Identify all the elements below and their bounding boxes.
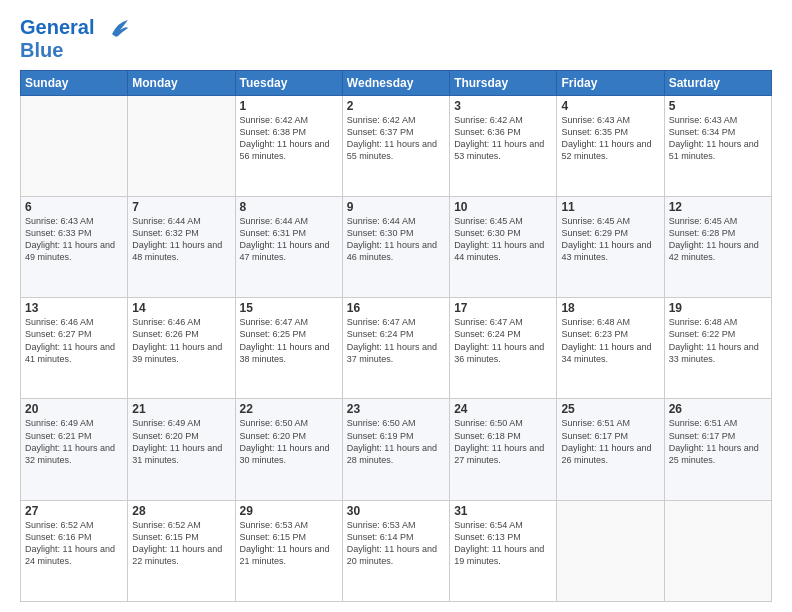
calendar-week-row: 27Sunrise: 6:52 AM Sunset: 6:16 PM Dayli… [21, 500, 772, 601]
day-info: Sunrise: 6:42 AM Sunset: 6:36 PM Dayligh… [454, 114, 552, 163]
day-info: Sunrise: 6:43 AM Sunset: 6:34 PM Dayligh… [669, 114, 767, 163]
calendar-day-cell: 19Sunrise: 6:48 AM Sunset: 6:22 PM Dayli… [664, 298, 771, 399]
calendar-day-cell: 14Sunrise: 6:46 AM Sunset: 6:26 PM Dayli… [128, 298, 235, 399]
day-number: 25 [561, 402, 659, 416]
day-info: Sunrise: 6:45 AM Sunset: 6:28 PM Dayligh… [669, 215, 767, 264]
day-info: Sunrise: 6:50 AM Sunset: 6:18 PM Dayligh… [454, 417, 552, 466]
day-number: 20 [25, 402, 123, 416]
calendar-header-row: SundayMondayTuesdayWednesdayThursdayFrid… [21, 70, 772, 95]
day-number: 16 [347, 301, 445, 315]
day-number: 7 [132, 200, 230, 214]
logo-bird-icon [102, 20, 128, 40]
day-info: Sunrise: 6:43 AM Sunset: 6:35 PM Dayligh… [561, 114, 659, 163]
day-number: 17 [454, 301, 552, 315]
calendar-day-cell: 15Sunrise: 6:47 AM Sunset: 6:25 PM Dayli… [235, 298, 342, 399]
calendar-day-cell: 1Sunrise: 6:42 AM Sunset: 6:38 PM Daylig… [235, 95, 342, 196]
calendar-day-cell: 4Sunrise: 6:43 AM Sunset: 6:35 PM Daylig… [557, 95, 664, 196]
calendar-day-cell: 24Sunrise: 6:50 AM Sunset: 6:18 PM Dayli… [450, 399, 557, 500]
calendar-table: SundayMondayTuesdayWednesdayThursdayFrid… [20, 70, 772, 602]
calendar-day-cell: 27Sunrise: 6:52 AM Sunset: 6:16 PM Dayli… [21, 500, 128, 601]
day-info: Sunrise: 6:47 AM Sunset: 6:24 PM Dayligh… [347, 316, 445, 365]
day-info: Sunrise: 6:50 AM Sunset: 6:20 PM Dayligh… [240, 417, 338, 466]
weekday-header: Sunday [21, 70, 128, 95]
calendar-day-cell: 8Sunrise: 6:44 AM Sunset: 6:31 PM Daylig… [235, 197, 342, 298]
weekday-header: Tuesday [235, 70, 342, 95]
calendar-day-cell: 31Sunrise: 6:54 AM Sunset: 6:13 PM Dayli… [450, 500, 557, 601]
calendar-day-cell: 16Sunrise: 6:47 AM Sunset: 6:24 PM Dayli… [342, 298, 449, 399]
day-number: 15 [240, 301, 338, 315]
day-number: 26 [669, 402, 767, 416]
calendar-week-row: 6Sunrise: 6:43 AM Sunset: 6:33 PM Daylig… [21, 197, 772, 298]
day-info: Sunrise: 6:48 AM Sunset: 6:23 PM Dayligh… [561, 316, 659, 365]
day-number: 2 [347, 99, 445, 113]
day-number: 8 [240, 200, 338, 214]
day-number: 28 [132, 504, 230, 518]
calendar-day-cell: 25Sunrise: 6:51 AM Sunset: 6:17 PM Dayli… [557, 399, 664, 500]
day-info: Sunrise: 6:48 AM Sunset: 6:22 PM Dayligh… [669, 316, 767, 365]
day-number: 11 [561, 200, 659, 214]
day-info: Sunrise: 6:45 AM Sunset: 6:30 PM Dayligh… [454, 215, 552, 264]
day-info: Sunrise: 6:52 AM Sunset: 6:15 PM Dayligh… [132, 519, 230, 568]
day-number: 29 [240, 504, 338, 518]
calendar-day-cell: 10Sunrise: 6:45 AM Sunset: 6:30 PM Dayli… [450, 197, 557, 298]
logo-text: General [20, 16, 128, 40]
calendar-day-cell: 11Sunrise: 6:45 AM Sunset: 6:29 PM Dayli… [557, 197, 664, 298]
calendar-day-cell: 23Sunrise: 6:50 AM Sunset: 6:19 PM Dayli… [342, 399, 449, 500]
day-info: Sunrise: 6:44 AM Sunset: 6:30 PM Dayligh… [347, 215, 445, 264]
calendar-week-row: 1Sunrise: 6:42 AM Sunset: 6:38 PM Daylig… [21, 95, 772, 196]
calendar-day-cell: 7Sunrise: 6:44 AM Sunset: 6:32 PM Daylig… [128, 197, 235, 298]
calendar-day-cell [21, 95, 128, 196]
day-info: Sunrise: 6:44 AM Sunset: 6:31 PM Dayligh… [240, 215, 338, 264]
calendar-day-cell: 22Sunrise: 6:50 AM Sunset: 6:20 PM Dayli… [235, 399, 342, 500]
day-number: 19 [669, 301, 767, 315]
day-number: 12 [669, 200, 767, 214]
day-number: 4 [561, 99, 659, 113]
calendar-day-cell: 26Sunrise: 6:51 AM Sunset: 6:17 PM Dayli… [664, 399, 771, 500]
calendar-day-cell: 12Sunrise: 6:45 AM Sunset: 6:28 PM Dayli… [664, 197, 771, 298]
day-info: Sunrise: 6:49 AM Sunset: 6:20 PM Dayligh… [132, 417, 230, 466]
day-info: Sunrise: 6:53 AM Sunset: 6:14 PM Dayligh… [347, 519, 445, 568]
logo: General Blue [20, 16, 128, 60]
calendar-day-cell: 21Sunrise: 6:49 AM Sunset: 6:20 PM Dayli… [128, 399, 235, 500]
calendar-day-cell: 28Sunrise: 6:52 AM Sunset: 6:15 PM Dayli… [128, 500, 235, 601]
day-info: Sunrise: 6:49 AM Sunset: 6:21 PM Dayligh… [25, 417, 123, 466]
day-number: 5 [669, 99, 767, 113]
day-info: Sunrise: 6:43 AM Sunset: 6:33 PM Dayligh… [25, 215, 123, 264]
weekday-header: Monday [128, 70, 235, 95]
day-number: 30 [347, 504, 445, 518]
day-number: 10 [454, 200, 552, 214]
day-info: Sunrise: 6:47 AM Sunset: 6:24 PM Dayligh… [454, 316, 552, 365]
weekday-header: Wednesday [342, 70, 449, 95]
day-info: Sunrise: 6:45 AM Sunset: 6:29 PM Dayligh… [561, 215, 659, 264]
day-info: Sunrise: 6:47 AM Sunset: 6:25 PM Dayligh… [240, 316, 338, 365]
day-info: Sunrise: 6:44 AM Sunset: 6:32 PM Dayligh… [132, 215, 230, 264]
calendar-day-cell [557, 500, 664, 601]
calendar-day-cell [664, 500, 771, 601]
day-number: 31 [454, 504, 552, 518]
calendar-day-cell: 17Sunrise: 6:47 AM Sunset: 6:24 PM Dayli… [450, 298, 557, 399]
day-info: Sunrise: 6:42 AM Sunset: 6:38 PM Dayligh… [240, 114, 338, 163]
calendar-day-cell: 5Sunrise: 6:43 AM Sunset: 6:34 PM Daylig… [664, 95, 771, 196]
day-info: Sunrise: 6:54 AM Sunset: 6:13 PM Dayligh… [454, 519, 552, 568]
day-info: Sunrise: 6:53 AM Sunset: 6:15 PM Dayligh… [240, 519, 338, 568]
calendar-day-cell [128, 95, 235, 196]
calendar-day-cell: 30Sunrise: 6:53 AM Sunset: 6:14 PM Dayli… [342, 500, 449, 601]
header: General Blue [20, 16, 772, 60]
day-info: Sunrise: 6:46 AM Sunset: 6:27 PM Dayligh… [25, 316, 123, 365]
day-number: 23 [347, 402, 445, 416]
day-info: Sunrise: 6:52 AM Sunset: 6:16 PM Dayligh… [25, 519, 123, 568]
day-info: Sunrise: 6:46 AM Sunset: 6:26 PM Dayligh… [132, 316, 230, 365]
calendar-day-cell: 13Sunrise: 6:46 AM Sunset: 6:27 PM Dayli… [21, 298, 128, 399]
day-number: 13 [25, 301, 123, 315]
weekday-header: Saturday [664, 70, 771, 95]
day-number: 21 [132, 402, 230, 416]
day-info: Sunrise: 6:51 AM Sunset: 6:17 PM Dayligh… [561, 417, 659, 466]
day-number: 14 [132, 301, 230, 315]
day-info: Sunrise: 6:42 AM Sunset: 6:37 PM Dayligh… [347, 114, 445, 163]
calendar-day-cell: 29Sunrise: 6:53 AM Sunset: 6:15 PM Dayli… [235, 500, 342, 601]
logo-blue: Blue [20, 40, 128, 60]
day-number: 18 [561, 301, 659, 315]
calendar-day-cell: 18Sunrise: 6:48 AM Sunset: 6:23 PM Dayli… [557, 298, 664, 399]
calendar-week-row: 20Sunrise: 6:49 AM Sunset: 6:21 PM Dayli… [21, 399, 772, 500]
day-number: 27 [25, 504, 123, 518]
